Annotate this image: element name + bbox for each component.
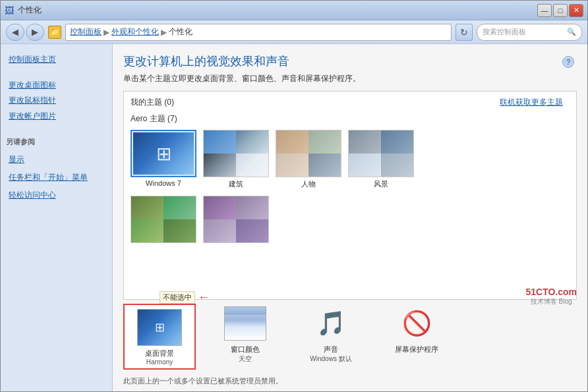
search-bar[interactable]: 搜索控制面板 🔍 — [477, 24, 582, 41]
themes-grid-row2 — [131, 196, 570, 245]
page-subtitle: 单击某个主题立即更改桌面背景、窗口颜色、声音和屏幕保护程序。 — [123, 73, 577, 84]
search-placeholder: 搜索控制面板 — [483, 27, 526, 37]
desktop-bg-thumbnail — [137, 309, 182, 346]
arch-multi-thumb — [204, 130, 268, 177]
win7-thumb — [133, 132, 194, 175]
people-img4 — [309, 154, 341, 177]
people-multi-thumb — [276, 130, 341, 177]
desktop-bg-icon — [137, 308, 182, 347]
theme-landscape-name: 风景 — [374, 179, 388, 189]
sidebar-mouse-link[interactable]: 更改鼠标指针 — [6, 93, 107, 108]
breadcrumb-section[interactable]: 外观和个性化 — [111, 26, 159, 38]
land-img2 — [381, 130, 413, 154]
artistic-img2 — [236, 196, 268, 219]
desktop-bg-sublabel: Harmony — [146, 358, 173, 366]
minimize-button[interactable]: — — [537, 4, 552, 17]
maximize-button[interactable]: □ — [553, 4, 568, 17]
titlebar-icon: 🖼 — [5, 5, 14, 16]
nature-img4 — [163, 219, 196, 242]
arch-img2 — [236, 130, 268, 154]
window-controls: — □ ✕ — [537, 4, 583, 17]
theme-landscape[interactable]: 风景 — [348, 130, 414, 189]
search-icon: 🔍 — [567, 28, 576, 36]
theme-windows7[interactable]: Windows 7 — [131, 130, 196, 189]
theme-windows7-name: Windows 7 — [146, 179, 181, 187]
breadcrumb-current: 个性化 — [169, 26, 192, 38]
sidebar-main-link[interactable]: 控制面板主页 — [6, 52, 107, 67]
land-img4 — [381, 154, 413, 177]
sidebar-taskbar-link[interactable]: 任务栏和「开始」菜单 — [6, 170, 107, 185]
sound-item[interactable]: 🎵 声音 Windows 默认 — [295, 304, 367, 364]
help-button[interactable]: ? — [562, 56, 574, 68]
watermark-line1: 51CTO.com — [525, 287, 577, 297]
window-color-item[interactable]: 窗口颜色 天空 — [209, 304, 281, 364]
breadcrumb-root[interactable]: 控制面板 — [70, 26, 102, 38]
bottom-bar: 不能选中 ← 桌面背景 Harmony 窗口颜色 天空 — [123, 300, 577, 374]
online-themes-link[interactable]: 联机获取更多主题 — [500, 97, 563, 108]
screensaver-label: 屏幕保护程序 — [395, 345, 438, 354]
theme-architecture-name: 建筑 — [229, 179, 243, 189]
nature-img3 — [131, 219, 163, 242]
nature-img1 — [131, 196, 163, 219]
page-title: 更改计算机上的视觉效果和声音 — [123, 53, 577, 69]
arch-img3 — [204, 154, 236, 177]
navbar: ◀ ▶ 📁 控制面板 ▶ 外观和个性化 ▶ 个性化 ↻ 搜索控制面板 🔍 — [1, 20, 587, 44]
watermark-area: 51CTO.com 技术博客 Blog — [466, 304, 577, 306]
breadcrumb: 控制面板 ▶ 外观和个性化 ▶ 个性化 — [65, 24, 452, 41]
folder-icon: 📁 — [48, 26, 61, 39]
nav-arrows: ◀ ▶ — [6, 24, 44, 41]
aero-themes-section: Aero 主题 (7) Windows 7 — [131, 113, 570, 245]
sidebar-also-see-title: 另请参阅 — [6, 137, 107, 147]
theme-architecture[interactable]: 建筑 — [203, 130, 269, 189]
aero-themes-label: Aero 主题 (7) — [131, 113, 570, 125]
theme-people[interactable]: 人物 — [276, 130, 341, 189]
people-img2 — [309, 130, 341, 154]
theme-artistic-thumbnail — [203, 196, 269, 243]
sound-sublabel: Windows 默认 — [310, 354, 351, 364]
titlebar: 🖼 个性化 — □ ✕ — [1, 1, 587, 20]
forward-button[interactable]: ▶ — [26, 24, 44, 41]
sidebar-account-link[interactable]: 更改帐户图片 — [6, 109, 107, 124]
admin-notice: 此页面上的一个或多个设置已被系统管理员禁用。 — [123, 376, 577, 386]
desktop-bg-item[interactable]: 不能选中 ← 桌面背景 Harmony — [123, 304, 196, 370]
theme-nature[interactable] — [131, 196, 196, 245]
artistic-img1 — [204, 196, 236, 219]
watermark: 51CTO.com 技术博客 Blog — [525, 287, 577, 306]
artistic-multi-thumb — [204, 196, 268, 242]
sidebar: 控制面板主页 更改桌面图标 更改鼠标指针 更改帐户图片 另请参阅 显示 任务栏和… — [1, 44, 113, 391]
watermark-line2: 技术博客 Blog — [525, 297, 577, 306]
people-img1 — [276, 130, 309, 154]
titlebar-title: 个性化 — [18, 5, 42, 16]
screensaver-icon: 🚫 — [402, 310, 432, 337]
window-color-label: 窗口颜色 — [231, 345, 260, 354]
window-color-icon — [223, 304, 268, 343]
red-arrow-icon: ← — [198, 291, 210, 304]
theme-artistic[interactable] — [203, 196, 269, 245]
people-img3 — [276, 154, 309, 177]
screensaver-icon-container: 🚫 — [394, 304, 439, 343]
sidebar-desktop-icon-link[interactable]: 更改桌面图标 — [6, 78, 107, 93]
screensaver-item[interactable]: 🚫 屏幕保护程序 — [380, 304, 453, 354]
theme-landscape-thumbnail — [348, 130, 414, 177]
land-img3 — [349, 154, 381, 177]
breadcrumb-sep2: ▶ — [161, 28, 167, 37]
sound-icon-container: 🎵 — [309, 304, 353, 343]
theme-architecture-thumbnail — [203, 130, 269, 177]
refresh-button[interactable]: ↻ — [456, 24, 473, 41]
themes-panel: 我的主题 (0) 联机获取更多主题 Aero 主题 (7) Windows 7 — [123, 91, 577, 300]
arch-img1 — [204, 130, 236, 154]
back-button[interactable]: ◀ — [6, 24, 24, 41]
nature-img2 — [163, 196, 196, 219]
landscape-multi-thumb — [349, 130, 413, 177]
annotation-container: 不能选中 ← — [160, 291, 210, 304]
annotation-text: 不能选中 — [160, 291, 195, 304]
sidebar-display-link[interactable]: 显示 — [6, 152, 107, 167]
themes-grid-row1: Windows 7 — [131, 130, 570, 189]
arch-img4 — [236, 154, 268, 177]
sound-icon: 🎵 — [316, 310, 346, 337]
main-area: 控制面板主页 更改桌面图标 更改鼠标指针 更改帐户图片 另请参阅 显示 任务栏和… — [1, 44, 587, 391]
close-button[interactable]: ✕ — [569, 4, 583, 17]
sidebar-accessibility-link[interactable]: 轻松访问中心 — [6, 188, 107, 203]
theme-people-name: 人物 — [301, 179, 316, 189]
sidebar-links: 更改桌面图标 更改鼠标指针 更改帐户图片 — [6, 78, 107, 124]
